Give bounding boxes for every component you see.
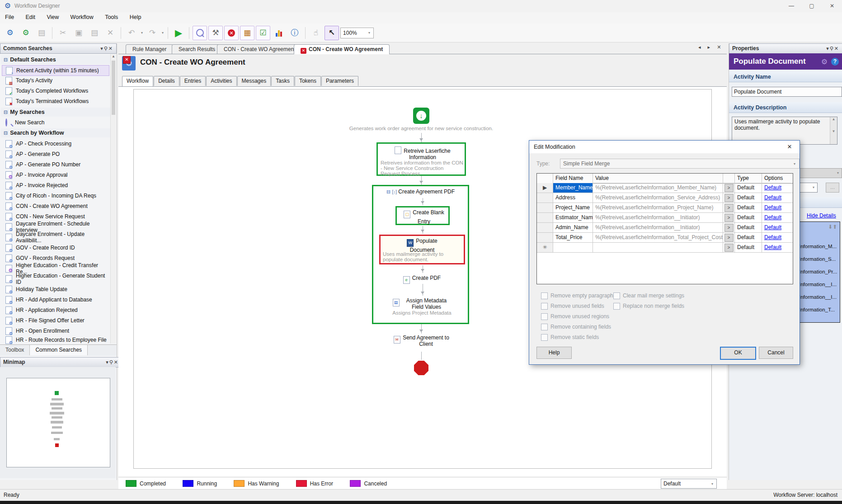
workflow-list-item[interactable]: HR - Route Records to Employee File	[2, 335, 108, 345]
table-row[interactable]: ▶ Member_Name %(RetreiveLaserficheInform…	[537, 183, 793, 193]
tab-tokens[interactable]: Tokens	[295, 76, 321, 86]
activity-send-agreement[interactable]: ✉Send Agreement to Client	[373, 334, 470, 347]
token-picker-button[interactable]: >	[724, 184, 734, 192]
remove-static-fields-checkbox[interactable]	[541, 334, 548, 341]
pan-tool-button[interactable]: ☝	[309, 26, 323, 40]
table-new-row[interactable]: ✳ > Default Default	[537, 243, 793, 253]
dialog-close-button[interactable]: ✕	[780, 141, 800, 153]
workflow-list-item[interactable]: GOV - Records Request	[2, 253, 108, 263]
table-row[interactable]: Total_Price %(RetreiveLaserficheInformat…	[537, 233, 793, 243]
ok-button[interactable]: OK	[720, 347, 756, 360]
collapse-icon[interactable]: ⊟	[386, 189, 390, 194]
help-button[interactable]: Help	[536, 347, 572, 359]
field-name-cell[interactable]: Address	[553, 193, 593, 203]
new-workflow-button[interactable]: ⚙	[3, 26, 17, 40]
tab-workflow[interactable]: Workflow	[122, 76, 153, 86]
field-name-cell[interactable]	[553, 243, 593, 253]
tab-messages[interactable]: Messages	[237, 76, 271, 86]
redo-button[interactable]: ↷	[145, 26, 160, 40]
token-picker-button[interactable]: >	[724, 244, 734, 252]
move-down-up-icons[interactable]: ⬇⬆	[828, 224, 837, 230]
remove-empty-paragraphs-checkbox[interactable]	[541, 292, 548, 299]
type-cell[interactable]: Default	[735, 233, 762, 243]
panel-menu-icon[interactable]: ▾	[100, 46, 104, 51]
workflow-list-item[interactable]: HR - Open Enrollment	[2, 326, 108, 336]
paste-button[interactable]: ▤	[87, 26, 102, 40]
menu-tools[interactable]: Tools	[100, 12, 123, 22]
token-picker-button[interactable]: >	[724, 224, 734, 232]
search-item-recent-activity[interactable]: Recent Activity (within 15 minutes)	[2, 65, 109, 76]
workflow-list-item[interactable]: Daycare Enrolment - Update Availibilit..…	[2, 232, 108, 242]
tab-entries[interactable]: Entries	[180, 76, 206, 86]
browse-button[interactable]: ...	[826, 183, 839, 193]
export-button[interactable]: ▤	[34, 26, 49, 40]
menu-view[interactable]: View	[42, 12, 64, 22]
table-row[interactable]: Estimator_Name %(RetreiveLaserficheInfor…	[537, 213, 793, 223]
pin-icon[interactable]: ⚲	[830, 46, 834, 51]
tab-search-results[interactable]: Search Results	[172, 44, 222, 54]
workflow-list-item[interactable]: Higher Education - Credit Transfer Re...	[2, 264, 108, 273]
type-cell[interactable]: Default	[735, 243, 762, 253]
row-selector[interactable]	[537, 213, 553, 223]
menu-edit[interactable]: Edit	[21, 12, 41, 22]
scroll-up-icon[interactable]: ▲	[832, 117, 836, 121]
field-name-cell[interactable]: Total_Price	[553, 233, 593, 243]
collapse-icon[interactable]: ⊟	[4, 57, 8, 62]
copy-button[interactable]: ▣	[71, 26, 86, 40]
errors-button[interactable]: ✕	[224, 26, 239, 40]
redo-dropdown-icon[interactable]: ▾	[162, 31, 164, 35]
tab-tasks[interactable]: Tasks	[271, 76, 294, 86]
table-row[interactable]: Address %(RetreiveLaserficheInformation_…	[537, 193, 793, 203]
table-row[interactable]: Admin_Name %(RetreiveLaserficheInformati…	[537, 223, 793, 233]
publish-workflow-button[interactable]: ⚙	[19, 26, 33, 40]
delete-button[interactable]: ✕	[103, 26, 118, 40]
rule-manager-button[interactable]: ▦	[240, 26, 254, 40]
group-default-searches[interactable]: ⊟Default Searches	[1, 55, 110, 64]
panel-menu-icon[interactable]: ▾	[826, 46, 830, 51]
value-cell[interactable]: %(RetreiveLaserficheInformation_Member_N…	[593, 183, 723, 193]
maximize-button[interactable]: ▢	[802, 0, 822, 12]
cut-button[interactable]: ✂	[56, 26, 70, 40]
tab-details[interactable]: Details	[154, 76, 179, 86]
field-name-cell[interactable]: Project_Name	[553, 203, 593, 213]
activity-retrieve-laserfiche[interactable]: Retreive Laserfiche Information Retreive…	[376, 142, 466, 176]
options-link[interactable]: Default	[764, 194, 781, 201]
textarea-scrollbar[interactable]: ▲▼	[830, 117, 837, 144]
search-item-new-search[interactable]: New Search	[2, 118, 108, 127]
close-button[interactable]: ✕	[822, 0, 842, 12]
type-cell[interactable]: Default	[735, 183, 762, 193]
menu-help[interactable]: Help	[125, 12, 146, 22]
activity-populate-document[interactable]: WPopulate Document Uses mailmerge activi…	[379, 235, 465, 264]
value-cell[interactable]: %(RetreiveLaserficheInformation_Service_…	[593, 193, 723, 203]
row-selector[interactable]	[537, 193, 553, 203]
workflow-list-item[interactable]: AP - Invoice Rejected	[2, 180, 108, 190]
row-selector[interactable]	[537, 203, 553, 213]
type-cell[interactable]: Default	[735, 193, 762, 203]
collapse-icon[interactable]: ⊟	[4, 109, 8, 115]
activity-create-blank-entry[interactable]: ▢Create Blank Entry	[395, 206, 450, 225]
group-my-searches[interactable]: ⊟My Searches	[1, 108, 110, 117]
menu-workflow[interactable]: Workflow	[66, 12, 99, 22]
table-row[interactable]: Project_Name %(RetreiveLaserficheInforma…	[537, 203, 793, 213]
row-selector[interactable]: ✳	[537, 243, 553, 253]
group-search-by-workflow[interactable]: ⊟Search by Workflow	[1, 128, 110, 137]
activity-name-input[interactable]: Populate Document	[732, 87, 842, 97]
color-profile-combobox[interactable]: Default ▾	[661, 479, 717, 489]
type-cell[interactable]: Default	[735, 213, 762, 223]
group-create-agreement-pdf[interactable]: ⊟ [↕] Create Agreement PDF ▢Create Blank…	[372, 185, 469, 324]
token-picker-button[interactable]: >	[724, 204, 734, 212]
workflow-list-item[interactable]: GOV - Create Record ID	[2, 243, 108, 253]
search-activities-button[interactable]	[193, 26, 207, 40]
field-name-cell[interactable]: Admin_Name	[553, 223, 593, 233]
search-item-terminated-workflows[interactable]: Today's Terminated Workflows	[2, 96, 108, 106]
options-link[interactable]: Default	[764, 204, 781, 211]
type-cell[interactable]: Default	[735, 223, 762, 233]
options-link[interactable]: Default	[764, 184, 781, 191]
collapse-icon[interactable]: ⊟	[4, 130, 8, 136]
tab-scroll-controls[interactable]: ◂ ▸ ✕	[698, 44, 724, 50]
undo-dropdown-icon[interactable]: ▾	[141, 31, 143, 35]
remove-unused-regions-checkbox[interactable]	[541, 313, 548, 320]
start-node[interactable]: ↓	[413, 108, 429, 124]
token-picker-button[interactable]: >	[724, 214, 734, 222]
run-button[interactable]: ▶	[171, 26, 186, 40]
